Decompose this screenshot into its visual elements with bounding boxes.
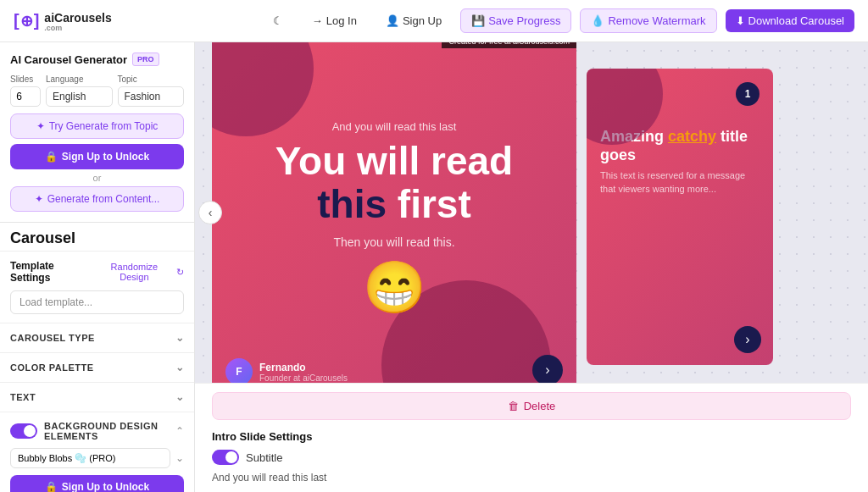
slide-author: F Fernando Founder at aiCarousels (225, 358, 348, 383)
language-field: Language (46, 75, 113, 107)
watermark-label: Remove Watermark (608, 14, 705, 27)
save-icon: 💾 (471, 14, 485, 27)
carousel-preview: ‹ Created for free at aiCarousels.com An… (195, 42, 868, 383)
moon-icon: ☾ (273, 14, 283, 27)
generate-content-label: Generate from Content... (47, 193, 160, 205)
settings-header: Template Settings Randomize Design ↻ (10, 260, 184, 284)
chevron-down-icon3: ⌄ (175, 391, 185, 403)
chevron-down-icon4: ⌄ (175, 452, 184, 464)
carousel-type-label: CAROUSEL TYPE (10, 333, 95, 343)
user-icon: 👤 (386, 14, 399, 27)
lock-icon2: 🔒 (45, 481, 58, 492)
text-header[interactable]: TEXT ⌄ (0, 383, 194, 412)
next-slide-nav-button[interactable]: › (734, 326, 761, 353)
template-settings-section: Template Settings Randomize Design ↻ Loa… (0, 252, 194, 323)
slide-next-button[interactable]: › (532, 355, 563, 383)
login-label: Log In (326, 14, 357, 27)
ai-generator-section: AI Carousel Generator PRO Slides Languag… (0, 42, 194, 223)
bg-design-toggle[interactable] (10, 423, 37, 439)
chevron-up-icon: ⌃ (175, 425, 184, 437)
author-info: Fernando Founder at aiCarousels (259, 362, 348, 383)
subtitle-label: Subtitle (246, 451, 282, 464)
author-initials: F (236, 366, 242, 378)
signup-button[interactable]: 👤 Sign Up (376, 9, 452, 32)
delete-label: Delete (524, 400, 556, 412)
slides-field: Slides (10, 75, 41, 107)
download-carousel-button[interactable]: ⬇ Download Carousel (726, 9, 854, 32)
slide-title-first: first (387, 182, 471, 226)
generate-content-button[interactable]: ✦ Generate from Content... (10, 186, 184, 212)
text-accordion: TEXT ⌄ (0, 383, 194, 412)
delete-button[interactable]: 🗑 Delete (212, 392, 851, 420)
moon-toggle[interactable]: ☾ (263, 9, 293, 32)
topic-label: Topic (118, 75, 185, 84)
bg-design-header: BACKGROUND DESIGN ELEMENTS ⌃ (10, 421, 184, 441)
blob-select-row: Bubbly Blobs 🫧 (PRO) ⌄ (10, 448, 184, 468)
remove-watermark-button[interactable]: 💧 Remove Watermark (580, 8, 716, 33)
logo-center: ⊕ (20, 12, 33, 30)
main-slide: Created for free at aiCarousels.com And … (212, 42, 576, 383)
settings-title: Template Settings (10, 260, 96, 284)
slide-title-line1: You will read (275, 139, 513, 183)
intro-settings-title: Intro Slide Settings (212, 430, 851, 443)
main-layout: AI Carousel Generator PRO Slides Languag… (0, 42, 868, 492)
color-palette-header[interactable]: COLOR PALETTE ⌄ (0, 353, 194, 382)
language-input[interactable] (46, 86, 113, 107)
text-label: TEXT (10, 392, 36, 402)
randomize-button[interactable]: Randomize Design ↻ (96, 262, 184, 282)
slide-number: 1 (736, 82, 760, 106)
generate-topic-label: Try Generate from Topic (49, 120, 159, 132)
sign-up-unlock-label: Sign Up to Unlock (62, 481, 149, 492)
template-select[interactable]: Load template... (10, 290, 184, 314)
login-button[interactable]: → Log In (302, 9, 367, 32)
author-avatar: F (225, 358, 253, 383)
bg-design-label: BACKGROUND DESIGN ELEMENTS (44, 421, 175, 441)
login-icon: → (312, 14, 323, 27)
chevron-down-icon2: ⌄ (175, 362, 185, 373)
topic-field: Topic (118, 75, 185, 107)
next-slide-body: This text is reserved for a message that… (600, 169, 760, 196)
slides-label: Slides (10, 75, 41, 84)
carousel-type-accordion: CAROUSEL TYPE ⌄ (0, 323, 194, 353)
intro-settings: Intro Slide Settings Subtitle And you wi… (212, 430, 851, 484)
topic-input[interactable] (118, 86, 185, 107)
ai-title: AI Carousel Generator PRO (10, 53, 184, 66)
carousel-label-text: Carousel (10, 229, 75, 246)
color-palette-label: COLOR PALETTE (10, 362, 94, 373)
sign-up-button[interactable]: 🔒 Sign Up to Unlock (10, 144, 184, 169)
slide-emoji: 😁 (363, 263, 426, 313)
content-area: ‹ Created for free at aiCarousels.com An… (195, 42, 868, 492)
sign-up-unlock-button[interactable]: 🔒 Sign Up to Unlock (10, 475, 184, 492)
color-palette-accordion: COLOR PALETTE ⌄ (0, 353, 194, 383)
bg-design-section: BACKGROUND DESIGN ELEMENTS ⌃ Bubbly Blob… (0, 412, 194, 492)
logo: [ ⊕ ] aiCarousels .com (14, 10, 112, 32)
slides-input[interactable] (10, 86, 41, 107)
sign-up-label: Sign Up to Unlock (62, 151, 149, 163)
sidebar: AI Carousel Generator PRO Slides Languag… (0, 42, 195, 492)
logo-text-block: aiCarousels .com (44, 10, 111, 32)
arrow-right-icon: › (545, 362, 549, 378)
carousel-section-label: Carousel (0, 223, 194, 252)
header: [ ⊕ ] aiCarousels .com ☾ → Log In 👤 Sign… (0, 0, 868, 42)
prev-slide-button[interactable]: ‹ (198, 201, 222, 224)
ai-fields: Slides Language Topic (10, 75, 184, 107)
pro-badge: PRO (132, 53, 159, 66)
generate-topic-button[interactable]: ✦ Try Generate from Topic (10, 113, 184, 139)
refresh-icon: ↻ (176, 267, 184, 278)
subtitle-row: Subtitle (212, 450, 851, 465)
bottom-panel: 🗑 Delete Intro Slide Settings Subtitle A… (195, 383, 868, 492)
blob-select[interactable]: Bubbly Blobs 🫧 (PRO) (10, 448, 170, 468)
save-progress-button[interactable]: 💾 Save Progress (460, 8, 571, 33)
logo-name: aiCarousels (44, 11, 111, 25)
carousel-type-header[interactable]: CAROUSEL TYPE ⌄ (0, 323, 194, 352)
next-slide-preview: 1 Amazing catchy title goes This text is… (587, 69, 773, 365)
logo-bracket-left: [ (14, 11, 19, 30)
slides-wrapper: Created for free at aiCarousels.com And … (212, 59, 773, 374)
intro-subtitle-value: And you will read this last (212, 472, 851, 484)
slide-title: You will read this first (275, 140, 513, 225)
slide-content: And you will read this last You will rea… (212, 42, 576, 383)
subtitle-toggle[interactable] (212, 450, 239, 465)
chevron-down-icon: ⌄ (175, 332, 185, 344)
save-label: Save Progress (488, 14, 560, 27)
slide-title-this: this (317, 182, 387, 226)
